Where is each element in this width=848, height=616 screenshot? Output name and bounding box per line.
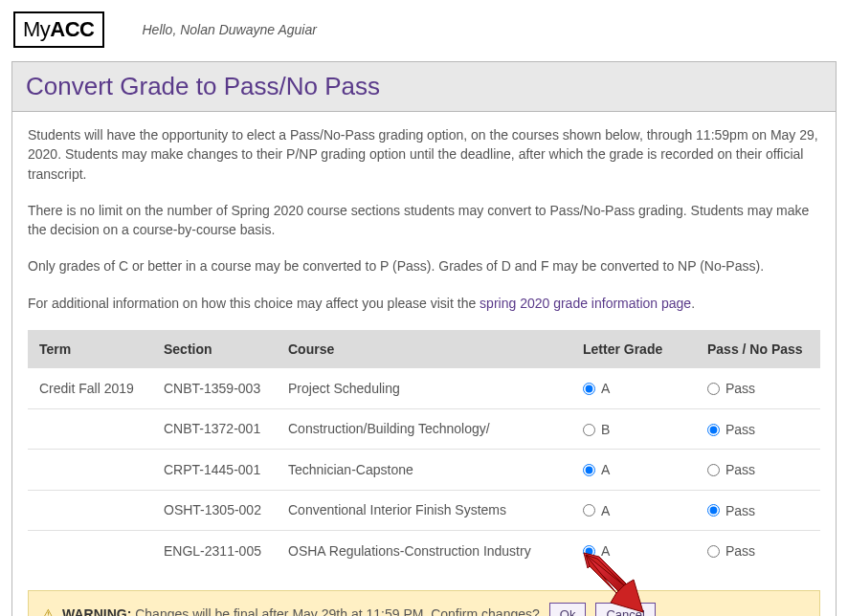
ok-button[interactable]: Ok bbox=[549, 603, 587, 616]
cell-letter-grade: B bbox=[571, 408, 696, 449]
letter-grade-radio[interactable] bbox=[583, 464, 595, 476]
letter-grade-label: B bbox=[601, 422, 610, 437]
table-row: Credit Fall 2019CNBT-1359-003Project Sch… bbox=[28, 368, 820, 408]
panel-body: Students will have the opportunity to el… bbox=[12, 112, 836, 616]
pnp-label: Pass bbox=[725, 462, 755, 477]
logo: MyACC bbox=[13, 11, 104, 48]
cell-term bbox=[28, 490, 152, 530]
top-bar: MyACC Hello, Nolan Duwayne Aguiar bbox=[11, 11, 837, 48]
cell-course: OSHA Regulations-Construction Industry bbox=[277, 531, 571, 571]
main-panel: Convert Grade to Pass/No Pass Students w… bbox=[11, 61, 837, 616]
cell-section: CNBT-1359-003 bbox=[152, 368, 277, 408]
col-header-course: Course bbox=[277, 330, 571, 368]
grades-table: Term Section Course Letter Grade Pass / … bbox=[28, 330, 820, 570]
intro-paragraph-3: Only grades of C or better in a course m… bbox=[28, 256, 820, 275]
table-row: ENGL-2311-005OSHA Regulations-Constructi… bbox=[28, 531, 820, 571]
pnp-radio[interactable] bbox=[707, 504, 720, 517]
cell-pnp: Pass bbox=[696, 490, 820, 530]
col-header-letter: Letter Grade bbox=[571, 330, 696, 368]
letter-grade-radio[interactable] bbox=[583, 504, 595, 517]
logo-prefix: My bbox=[23, 17, 50, 41]
pnp-label: Pass bbox=[725, 503, 755, 518]
grade-info-link[interactable]: spring 2020 grade information page bbox=[480, 296, 691, 311]
cell-letter-grade: A bbox=[571, 450, 696, 490]
table-row: CRPT-1445-001Technician-CapstoneAPass bbox=[28, 450, 820, 490]
intro-paragraph-1: Students will have the opportunity to el… bbox=[28, 125, 820, 184]
pnp-label: Pass bbox=[725, 422, 755, 437]
intro-paragraph-4: For additional information on how this c… bbox=[28, 294, 820, 313]
cell-term: Credit Fall 2019 bbox=[28, 368, 152, 408]
cell-term bbox=[28, 408, 152, 449]
letter-grade-label: A bbox=[601, 462, 610, 477]
table-row: OSHT-1305-002Conventional Interior Finis… bbox=[28, 490, 820, 530]
cell-section: ENGL-2311-005 bbox=[152, 531, 277, 571]
intro-paragraph-2: There is no limit on the number of Sprin… bbox=[28, 201, 820, 240]
pnp-radio[interactable] bbox=[707, 424, 720, 436]
cell-pnp: Pass bbox=[696, 531, 820, 571]
table-row: CNBT-1372-001Construction/Building Techn… bbox=[28, 408, 820, 449]
col-header-section: Section bbox=[152, 330, 277, 368]
greeting-text: Hello, Nolan Duwayne Aguiar bbox=[143, 22, 317, 37]
cell-pnp: Pass bbox=[696, 408, 820, 449]
warning-text: Changes will be final after May 29th at … bbox=[135, 606, 540, 616]
cancel-button[interactable]: Cancel bbox=[595, 603, 655, 616]
intro-p4-suffix: . bbox=[691, 296, 695, 311]
pnp-label: Pass bbox=[725, 382, 755, 397]
cell-letter-grade: A bbox=[571, 490, 696, 530]
pnp-radio[interactable] bbox=[707, 383, 720, 395]
col-header-pnp: Pass / No Pass bbox=[696, 330, 820, 368]
letter-grade-label: A bbox=[601, 503, 610, 518]
cell-letter-grade: A bbox=[571, 368, 696, 408]
letter-grade-radio[interactable] bbox=[583, 424, 595, 436]
pnp-radio[interactable] bbox=[707, 464, 720, 476]
cell-term bbox=[28, 450, 152, 490]
cell-course: Project Scheduling bbox=[277, 368, 571, 408]
cell-section: CNBT-1372-001 bbox=[152, 408, 277, 449]
cell-section: CRPT-1445-001 bbox=[152, 450, 277, 490]
cell-section: OSHT-1305-002 bbox=[152, 490, 277, 530]
letter-grade-label: A bbox=[601, 543, 610, 559]
pnp-radio[interactable] bbox=[707, 545, 720, 558]
cell-course: Technician-Capstone bbox=[277, 450, 571, 490]
cell-pnp: Pass bbox=[696, 368, 820, 408]
page-title: Convert Grade to Pass/No Pass bbox=[12, 62, 836, 112]
letter-grade-radio[interactable] bbox=[583, 545, 595, 558]
warning-label: WARNING: bbox=[62, 606, 131, 616]
pnp-label: Pass bbox=[725, 543, 755, 559]
logo-bold: ACC bbox=[50, 17, 94, 41]
intro-p4-prefix: For additional information on how this c… bbox=[28, 296, 480, 311]
cell-letter-grade: A bbox=[571, 531, 696, 571]
cell-course: Construction/Building Technology/ bbox=[277, 408, 571, 449]
letter-grade-radio[interactable] bbox=[583, 383, 595, 395]
letter-grade-label: A bbox=[601, 382, 610, 397]
warning-icon: ⚠ bbox=[42, 605, 55, 616]
cell-pnp: Pass bbox=[696, 450, 820, 490]
cell-course: Conventional Interior Finish Systems bbox=[277, 490, 571, 530]
col-header-term: Term bbox=[28, 330, 152, 368]
cell-term bbox=[28, 531, 152, 571]
warning-bar: ⚠ WARNING: Changes will be final after M… bbox=[28, 590, 820, 616]
